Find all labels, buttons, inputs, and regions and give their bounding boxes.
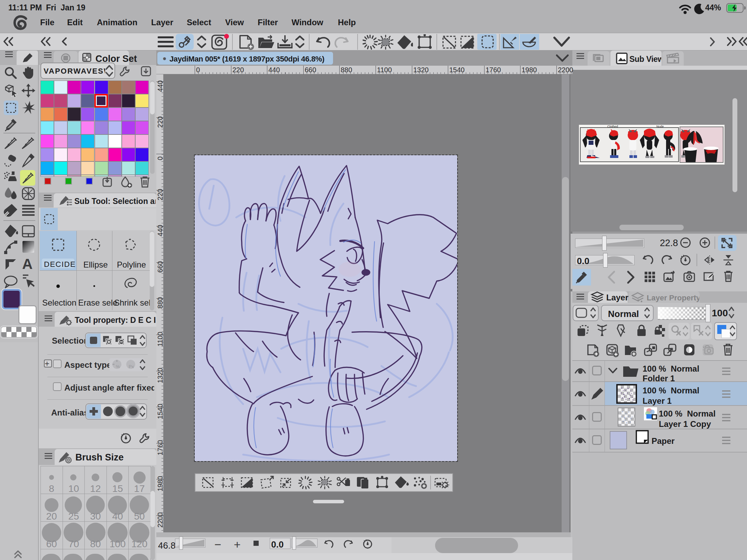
svg-text:Nude: Nude (656, 125, 664, 128)
svg-text:Px: Px (129, 364, 134, 369)
svg-text:%: % (116, 364, 120, 369)
svg-text:Clothed: Clothed (607, 125, 618, 128)
